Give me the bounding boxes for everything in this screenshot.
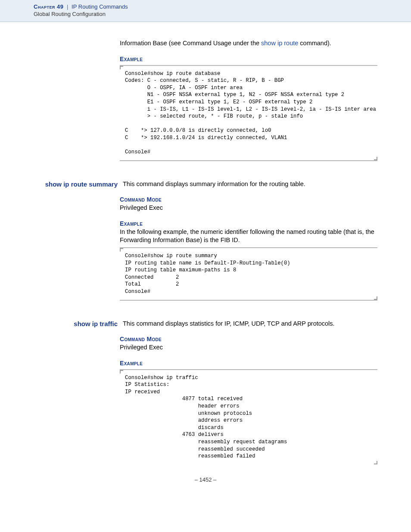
intro-pre: Information Base (see Command Usage unde…: [120, 40, 261, 47]
command-row-summary: show ip route summary This command displ…: [34, 180, 377, 189]
command-row-traffic: show ip traffic This command displays st…: [34, 320, 377, 328]
chapter-separator: |: [67, 3, 68, 10]
page-header: Chapter 49 | IP Routing Commands Global …: [0, 0, 411, 22]
chapter-line: Chapter 49 | IP Routing Commands: [34, 3, 411, 10]
page-number: – 1452 –: [34, 476, 377, 483]
page-body: Information Base (see Command Usage unde…: [0, 22, 411, 492]
command-desc-summary: This command displays summary informatio…: [123, 180, 377, 189]
example-text-summary: In the following example, the numeric id…: [120, 228, 377, 245]
example-heading-2: Example: [120, 220, 377, 227]
chapter-subheader: Global Routing Configuration: [34, 11, 411, 17]
code-block-traffic: Console#show ip traffic IP Statistics: I…: [120, 369, 377, 464]
chapter-label: Chapter 49: [34, 3, 63, 10]
code-block-summary: Console#show ip route summary IP routing…: [120, 247, 377, 301]
example-heading-1: Example: [120, 56, 377, 62]
show-ip-route-link[interactable]: show ip route: [261, 40, 298, 47]
command-desc-traffic: This command displays statistics for IP,…: [123, 320, 377, 328]
code-block-database: Console#show ip route database Codes: C …: [120, 65, 377, 161]
command-mode-value-2: Privileged Exec: [120, 343, 377, 352]
command-mode-heading-2: Command Mode: [120, 336, 377, 342]
command-mode-heading-1: Command Mode: [120, 196, 377, 203]
command-mode-value-1: Privileged Exec: [120, 204, 377, 212]
chapter-title: IP Routing Commands: [72, 3, 128, 10]
intro-post: command).: [298, 40, 331, 47]
command-name-summary: show ip route summary: [34, 180, 123, 189]
example-heading-3: Example: [120, 360, 377, 367]
intro-paragraph: Information Base (see Command Usage unde…: [120, 39, 377, 48]
command-name-traffic: show ip traffic: [34, 320, 123, 328]
